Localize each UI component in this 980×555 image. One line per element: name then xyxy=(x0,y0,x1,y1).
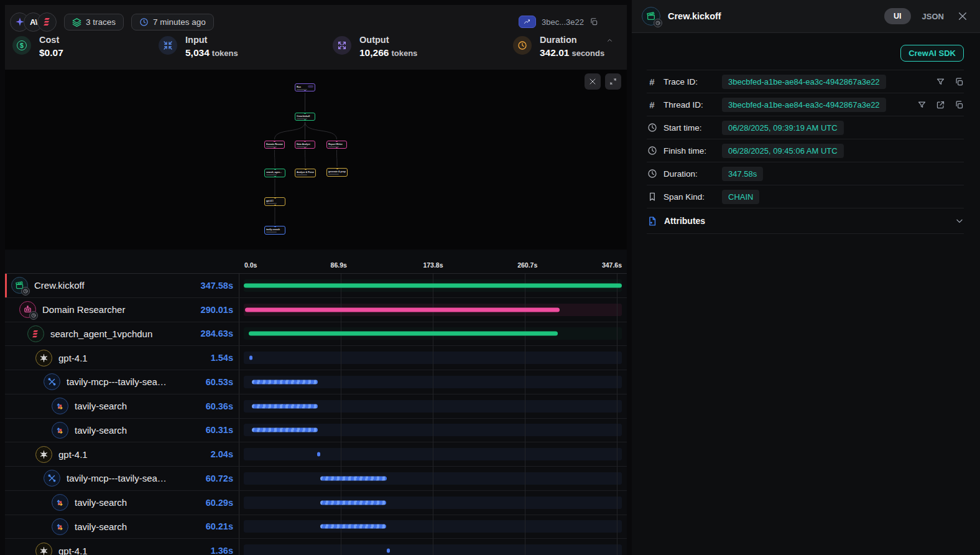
span-name-cell[interactable]: tavily-search 60.21s xyxy=(5,515,239,539)
span-duration: 1.54s xyxy=(211,353,233,363)
stat-item: Input 5,034tokens xyxy=(159,35,238,58)
span-name: tavily-mcp---tavily-sea… xyxy=(67,473,200,483)
duration-icon xyxy=(513,36,532,55)
span-track xyxy=(244,520,622,533)
chevron-down-icon[interactable] xyxy=(955,217,964,225)
graph-node[interactable]: search_agen... xyxy=(264,169,285,177)
span-waterfall: 0.0s86.9s173.8s260.7s347.6s Crew.kickoff… xyxy=(5,250,627,555)
span-name-cell[interactable]: tavily-search 60.29s xyxy=(5,491,239,515)
field-value-chip: 3becbfed-a1be-ae84-ea3c-4942867a3e22 xyxy=(722,98,886,112)
integration-avatars: A\ xyxy=(10,12,57,32)
graph-node[interactable]: Run xyxy=(295,83,315,91)
span-row[interactable]: tavily-mcp---tavily-sea… 60.53s xyxy=(5,370,627,394)
span-name-cell[interactable]: tavily-mcp---tavily-sea… 60.72s xyxy=(5,467,239,490)
span-timeline-cell[interactable] xyxy=(239,467,627,490)
traces-count-label: 3 traces xyxy=(86,17,116,27)
span-name-cell[interactable]: Domain Researcher 290.01s xyxy=(5,298,239,322)
graph-node[interactable]: Data Analyst xyxy=(295,141,315,149)
bookmark-icon xyxy=(647,192,657,202)
graph-node[interactable]: gpt-4.1 xyxy=(264,197,285,206)
span-name-cell[interactable]: tavily-search 60.36s xyxy=(5,394,239,418)
robot-icon xyxy=(19,301,36,318)
graph-node[interactable]: Crew.kickoff xyxy=(295,113,315,121)
span-row[interactable]: tavily-search 60.21s xyxy=(5,515,627,539)
span-name-cell[interactable]: gpt-4.1 1.54s xyxy=(5,346,239,370)
crew-icon xyxy=(11,277,28,294)
collapse-stats-icon[interactable] xyxy=(605,37,614,44)
filter-icon[interactable] xyxy=(936,77,945,86)
copy-icon[interactable] xyxy=(955,77,964,86)
detail-field-row: Duration: 347.58s xyxy=(647,162,964,185)
span-duration: 347.58s xyxy=(201,281,233,291)
span-name: search_agent_1vpchdun xyxy=(50,329,195,339)
span-name-cell[interactable]: tavily-mcp---tavily-sea… 60.53s xyxy=(5,370,239,394)
graph-node[interactable]: Domain Research xyxy=(264,141,285,149)
span-details-header: Crew.kickoff UI JSON xyxy=(632,0,980,33)
graph-expand-button[interactable] xyxy=(605,73,621,90)
attributes-row[interactable]: Attributes xyxy=(647,208,964,234)
attributes-label: Attributes xyxy=(664,216,948,226)
graph-node[interactable]: tavily-search xyxy=(264,226,285,235)
graph-node-label: Run xyxy=(297,85,301,88)
copy-trace-id-icon[interactable] xyxy=(589,17,598,26)
filter-icon[interactable] xyxy=(917,100,927,110)
span-timeline-cell[interactable] xyxy=(239,419,627,442)
span-row[interactable]: gpt-4.1 1.54s xyxy=(5,346,627,370)
trace-graph[interactable]: RunCrew.kickoffDomain ResearchData Analy… xyxy=(5,70,627,250)
span-row[interactable]: gpt-4.1 1.36s xyxy=(5,539,627,555)
detail-field-row: # Thread ID: 3becbfed-a1be-ae84-ea3c-494… xyxy=(647,93,964,116)
graph-node[interactable]: Report Writer xyxy=(326,141,347,149)
span-timeline-cell[interactable] xyxy=(239,370,627,394)
span-row[interactable]: tavily-mcp---tavily-sea… 60.72s xyxy=(5,467,627,491)
span-row[interactable]: tavily-search 60.29s xyxy=(5,491,627,515)
tavily-icon xyxy=(52,398,68,414)
span-row[interactable]: gpt-4.1 2.04s xyxy=(5,442,627,467)
span-row[interactable]: Domain Researcher 290.01s xyxy=(5,298,627,322)
span-timeline-cell[interactable] xyxy=(239,322,627,346)
copy-icon[interactable] xyxy=(955,100,964,110)
graph-node[interactable]: Analyze & Present... xyxy=(295,169,316,177)
span-bar xyxy=(320,476,386,480)
span-timeline-cell[interactable] xyxy=(239,442,627,466)
close-panel-icon[interactable] xyxy=(958,11,968,21)
span-timeline-cell[interactable] xyxy=(239,515,627,539)
span-name-cell[interactable]: gpt-4.1 2.04s xyxy=(5,442,239,466)
span-duration: 1.36s xyxy=(211,546,233,555)
span-row[interactable]: tavily-search 60.36s xyxy=(5,394,627,419)
graph-node[interactable]: generate & prepar... xyxy=(326,168,348,177)
tavily-icon xyxy=(52,422,68,439)
stat-label: Output xyxy=(359,35,417,45)
span-timeline-cell[interactable] xyxy=(239,298,627,322)
span-timeline-cell[interactable] xyxy=(239,394,627,418)
chart-button[interactable] xyxy=(519,16,536,28)
span-row[interactable]: Crew.kickoff 347.58s xyxy=(5,274,627,298)
span-name: tavily-mcp---tavily-sea… xyxy=(67,376,200,387)
field-label: Trace ID: xyxy=(663,77,716,86)
span-timeline-cell[interactable] xyxy=(239,346,627,370)
span-row[interactable]: tavily-search 60.31s xyxy=(5,419,627,443)
clock-mini-badge xyxy=(654,19,662,27)
span-name-cell[interactable]: tavily-search 60.31s xyxy=(5,419,239,442)
span-name: gpt-4.1 xyxy=(58,546,205,555)
span-name-cell[interactable]: Crew.kickoff 347.58s xyxy=(5,274,239,297)
stat-label: Duration xyxy=(540,35,604,45)
span-name: tavily-search xyxy=(75,521,200,532)
field-actions xyxy=(936,77,964,86)
span-row[interactable]: search_agent_1vpchdun 284.63s xyxy=(5,322,627,347)
crewai-icon xyxy=(37,12,57,32)
span-timeline-cell[interactable] xyxy=(239,491,627,515)
span-bar xyxy=(252,380,318,384)
detail-field-row: Start time: 06/28/2025, 09:39:19 AM UTC xyxy=(647,116,964,139)
span-name-cell[interactable]: search_agent_1vpchdun 284.63s xyxy=(5,322,239,346)
tab-ui[interactable]: UI xyxy=(884,8,911,24)
span-timeline-cell[interactable] xyxy=(239,274,627,297)
stat-value: 10,266 xyxy=(359,47,389,58)
span-bar xyxy=(245,307,560,312)
span-timeline-cell[interactable] xyxy=(239,539,627,555)
external-icon[interactable] xyxy=(936,100,945,110)
span-name-cell[interactable]: gpt-4.1 1.36s xyxy=(5,539,239,555)
tab-json[interactable]: JSON xyxy=(922,12,944,21)
traces-count-badge[interactable]: 3 traces xyxy=(64,14,124,30)
graph-close-button[interactable] xyxy=(585,73,601,90)
graph-node-label: Data Analyst xyxy=(297,142,310,145)
